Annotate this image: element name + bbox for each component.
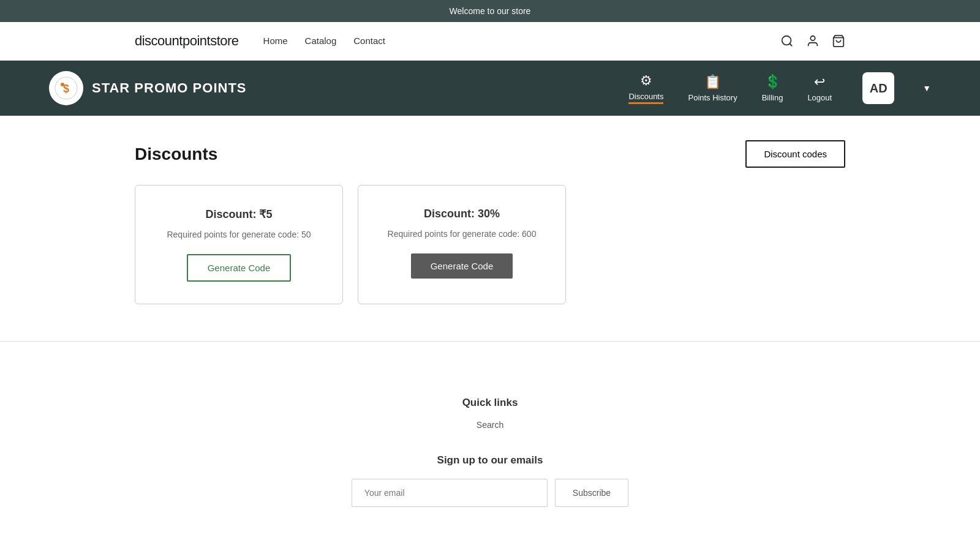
discount-card-1: Discount: ₹5 Required points for generat… [135,185,343,304]
subscribe-button[interactable]: Subscribe [555,479,628,507]
quick-links-title: Quick links [135,397,845,409]
promo-bar: $ STAR PROMO POINTS ⚙ Discounts 📋 Points… [0,61,980,116]
store-name: discountpointstore [135,33,239,49]
search-icon [780,34,794,48]
svg-point-2 [810,36,815,40]
discount-codes-button[interactable]: Discount codes [745,140,845,168]
signup-title: Sign up to our emails [135,454,845,467]
generate-code-button-1[interactable]: Generate Code [187,254,292,282]
promo-nav-points-history[interactable]: 📋 Points History [688,74,737,102]
chevron-down-icon[interactable]: ▼ [922,83,931,93]
promo-nav: ⚙ Discounts 📋 Points History 💲 Billing ↩… [628,72,931,104]
points-history-nav-label: Points History [688,93,737,102]
promo-nav-logout[interactable]: ↩ Logout [807,74,832,102]
nav-catalog[interactable]: Catalog [305,36,337,46]
cart-icon-button[interactable] [832,34,845,48]
avatar[interactable]: AD [862,72,894,104]
svg-point-6 [61,83,64,86]
star-promo-icon: $ [54,76,78,100]
announcement-bar: Welcome to our store [0,0,980,22]
nav-home[interactable]: Home [263,36,288,46]
footer-search-link[interactable]: Search [135,420,845,430]
discount-card-1-desc: Required points for generate code: 50 [167,230,311,239]
points-history-icon: 📋 [704,74,721,90]
promo-logo-text: STAR PROMO POINTS [92,80,247,96]
main-content: Discounts Discount codes Discount: ₹5 Re… [0,116,980,341]
svg-line-1 [790,43,792,46]
logout-icon: ↩ [814,74,825,90]
announcement-text: Welcome to our store [450,6,531,16]
discount-card-1-title: Discount: ₹5 [205,208,272,221]
cart-icon [832,34,845,48]
billing-nav-label: Billing [762,93,783,102]
main-nav: discountpointstore Home Catalog Contact [0,22,980,61]
promo-nav-discounts[interactable]: ⚙ Discounts [628,73,663,104]
promo-logo: $ STAR PROMO POINTS [49,71,247,105]
discount-card-2-desc: Required points for generate code: 600 [388,229,537,239]
search-icon-button[interactable] [780,34,794,48]
discount-card-2: Discount: 30% Required points for genera… [358,185,566,304]
discounts-nav-label: Discounts [628,92,663,101]
svg-point-0 [782,36,791,45]
nav-contact[interactable]: Contact [353,36,385,46]
promo-nav-billing[interactable]: 💲 Billing [762,74,783,102]
discounts-icon: ⚙ [640,73,652,89]
account-icon-button[interactable] [806,34,820,48]
section-divider [0,341,980,342]
billing-icon: 💲 [764,74,781,90]
page-title: Discounts [135,144,217,164]
discount-card-2-title: Discount: 30% [424,208,500,220]
promo-logo-icon: $ [49,71,83,105]
generate-code-button-2[interactable]: Generate Code [411,253,513,279]
account-icon [806,34,820,48]
logout-nav-label: Logout [807,93,832,102]
footer-email-row: Subscribe [135,479,845,507]
nav-links: Home Catalog Contact [263,36,385,47]
discount-cards: Discount: ₹5 Required points for generat… [135,185,845,304]
nav-icons [780,34,845,48]
email-input[interactable] [352,479,548,507]
discounts-header: Discounts Discount codes [135,140,845,168]
footer: Quick links Search Sign up to our emails… [0,372,980,544]
